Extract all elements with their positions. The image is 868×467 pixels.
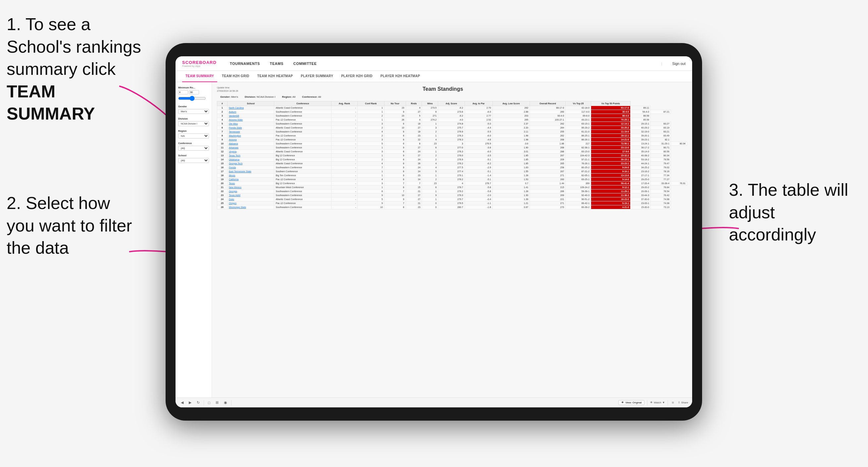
table-row[interactable]: 25OregonPac-12 Conference-97210279.5-1.1… [217,201,687,205]
table-row[interactable]: 19CaliforniaPac-12 Conference-48242278.2… [217,177,687,181]
table-row[interactable]: 15Georgia TechAtlantic Coast Conference-… [217,161,687,165]
rank-cell: 3 [217,114,227,118]
tab-team-h2h-grid[interactable]: TEAM H2H GRID [219,71,253,82]
school-cell[interactable]: Virginia [227,149,274,153]
data-cell: - [331,137,357,142]
sign-out-link[interactable]: Sign out [672,62,685,66]
filter-gender-select[interactable]: Men's Women's [178,109,209,114]
nav-tournaments[interactable]: TOURNAMENTS [230,62,260,66]
toolbar-back[interactable]: ◀ [180,400,185,405]
tab-player-summary[interactable]: PLAYER SUMMARY [298,71,337,82]
logo-text[interactable]: SCOREBOARD [182,60,217,65]
toolbar-share-small[interactable]: □ [207,400,212,405]
table-row[interactable]: 22GeorgiaSoutheastern Conference-8721127… [217,189,687,193]
school-cell[interactable]: Ole Miss [227,122,274,126]
table-row[interactable]: 24DukeAtlantic Coast Conference-59271279… [217,197,687,201]
data-cell: 2 [357,126,384,129]
filter-division-select[interactable]: NCAA Division I NCAA Division II NCAA Di… [178,121,209,126]
school-cell[interactable]: Arizona [227,137,274,142]
school-cell[interactable]: Texas [227,181,274,185]
tab-team-summary[interactable]: TEAM SUMMARY [182,71,217,82]
table-row[interactable]: 17East Tennessee StateSouthern Conferenc… [217,169,687,173]
school-cell[interactable]: Mississippi State [227,205,274,209]
data-cell: 3 [357,149,384,153]
table-row[interactable]: 8WashingtonPac-12 Conference-28231276.3-… [217,133,687,137]
school-cell[interactable]: Florida State [227,126,274,129]
data-cell: 10 [384,193,406,197]
table-row[interactable]: 11ArkansasSoutheastern Conference-192762… [217,146,687,149]
school-cell[interactable]: Arizona State [227,118,274,122]
nav-teams[interactable]: TEAMS [270,62,283,66]
filter-min-rank-input2[interactable] [189,90,199,94]
data-cell: - [331,122,357,126]
table-row[interactable]: 16FloridaSoutheastern Conference-7924427… [217,165,687,169]
data-cell: - [331,173,357,177]
table-row[interactable]: 13Texas TechBig 12 Conference-19272276.0… [217,153,687,157]
table-row[interactable]: 14OklahomaBig 12 Conference-28242276.9-5… [217,157,687,161]
table-row[interactable]: 20TexasBig 12 Conference-377234278.70.71… [217,181,687,185]
school-cell[interactable]: Georgia Tech [227,161,274,165]
toolbar-grid[interactable]: ⊞ [214,400,220,405]
filter-conference-select[interactable]: (All) [178,146,209,151]
data-cell: - [331,114,357,118]
data-cell: 9 [357,201,384,205]
tab-player-h2h-grid[interactable]: PLAYER H2H GRID [338,71,376,82]
table-row[interactable]: 1North CarolinaAtlantic Coast Conference… [217,106,687,110]
vs-top50-cell: 23-23-1 [591,161,630,165]
filter-region-select[interactable]: N/A All [178,133,209,138]
data-cell: 8 [384,169,406,173]
school-cell[interactable]: California [227,177,274,181]
school-cell[interactable]: Texas A&M [227,193,274,197]
school-cell[interactable]: Vanderbilt [227,114,274,118]
data-cell: 269 [566,181,591,185]
table-row[interactable]: 6Florida StateAtlantic Coast Conference-… [217,126,687,129]
school-cell[interactable]: Tennessee [227,129,274,133]
school-cell[interactable]: Arkansas [227,146,274,149]
data-cell: 1 [357,185,384,189]
filter-min-rank-input1[interactable] [178,90,188,94]
school-cell[interactable]: Oregon [227,201,274,205]
toolbar-forward[interactable]: ▶ [187,400,193,405]
table-row[interactable]: 4Arizona StatePac-12 Conference-1264274.… [217,118,687,122]
school-cell[interactable]: Auburn [227,110,274,114]
school-cell[interactable]: Alabama [227,142,274,146]
school-cell[interactable]: Duke [227,197,274,201]
table-row[interactable]: 5Ole MissSoutheastern Conference-3618127… [217,122,687,126]
school-cell[interactable]: Illinois [227,173,274,177]
school-cell[interactable]: Texas Tech [227,153,274,157]
tab-team-h2h-heatmap[interactable]: TEAM H2H HEATMAP [254,71,296,82]
table-row[interactable]: 23Texas A&MSoutheastern Conference-91027… [217,193,687,197]
tablet-frame: SCOREBOARD Powered by clippi TOURNAMENTS… [165,43,702,421]
school-cell[interactable]: Washington [227,133,274,137]
toolbar-reload[interactable]: ↻ [195,400,201,405]
table-row[interactable]: 3VanderbiltSoutheastern Conference-22352… [217,114,687,118]
view-original-button[interactable]: 👁 View: Original [618,400,645,405]
table-row[interactable]: 21New MexicoMountain West Conference-182… [217,185,687,189]
data-cell: 6 [422,185,438,189]
school-cell[interactable]: Florida [227,165,274,169]
vs-top50-cell: 23-13-0 [591,146,630,149]
table-row[interactable]: 10AlabamaSoutheastern Conference-5682332… [217,142,687,146]
table-row[interactable]: 26Mississippi StateSoutheastern Conferen… [217,205,687,209]
toolbar-expand[interactable]: ⧈ [671,400,675,405]
filter-school-select[interactable]: (All) [178,158,209,163]
nav-bar: SCOREBOARD Powered by clippi TOURNAMENTS… [176,56,692,71]
table-row[interactable]: 2AuburnSoutheastern Conference-19276273.… [217,110,687,114]
school-cell[interactable]: North Carolina [227,106,274,110]
data-cell: 279.5 [438,201,465,205]
nav-committee[interactable]: COMMITTEE [293,62,317,66]
toolbar-clock[interactable]: ◉ [222,400,228,405]
filter-rank-slider[interactable] [178,96,206,101]
school-cell[interactable]: Georgia [227,189,274,193]
table-row[interactable]: 7TennesseeSoutheastern Conference-481822… [217,129,687,133]
share-button[interactable]: ⇧ Share [678,401,688,404]
data-cell: 277.4 [438,169,465,173]
school-cell[interactable]: Oklahoma [227,157,274,161]
table-row[interactable]: 12VirginiaAtlantic Coast Conference-3824… [217,149,687,153]
school-cell[interactable]: East Tennessee State [227,169,274,173]
table-row[interactable]: 9ArizonaPac-12 Conference-38224278.3-4.6… [217,137,687,142]
watch-button[interactable]: 👁 Watch ▼ [650,401,665,404]
school-cell[interactable]: New Mexico [227,185,274,189]
table-row[interactable]: 18IllinoisBig Ten Conference-19231279.1-… [217,173,687,177]
tab-player-h2h-heatmap[interactable]: PLAYER H2H HEATMAP [377,71,423,82]
